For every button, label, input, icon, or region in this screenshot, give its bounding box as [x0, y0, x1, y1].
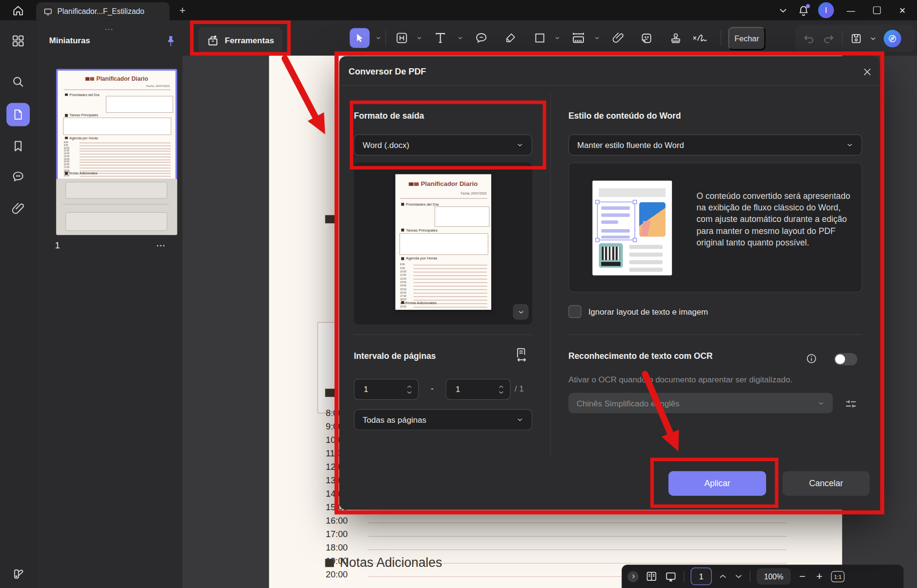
- signature-icon: [691, 31, 709, 45]
- chevron-down-icon[interactable]: [375, 35, 381, 41]
- info-icon[interactable]: [806, 353, 817, 364]
- new-tab-button[interactable]: +: [175, 3, 189, 17]
- planner-mini-page: Planificador Diario Fecha: 20/07/2023 Pr…: [58, 71, 175, 179]
- agenda-row: 10:00: [400, 270, 488, 273]
- maximize-button[interactable]: [868, 2, 886, 18]
- thumbnails-panel: ⋯ Miniaturas Planificador Diario Fecha: …: [36, 21, 182, 588]
- measure-tool[interactable]: [569, 28, 588, 48]
- text-tool[interactable]: [431, 28, 450, 48]
- actual-size-button[interactable]: 1:1: [831, 571, 844, 582]
- output-format-dropdown[interactable]: Word (.docx): [354, 135, 532, 156]
- notifications-button[interactable]: [797, 4, 810, 17]
- planner-title-text: Planificador Diario: [97, 75, 149, 82]
- ignore-layout-option[interactable]: Ignorar layout de texto e imagem: [569, 305, 708, 318]
- range-total: / 1: [515, 384, 524, 393]
- chevron-down-icon[interactable]: [416, 35, 422, 41]
- left-sidebar-rail: [0, 21, 37, 588]
- range-from-input[interactable]: 1: [354, 379, 419, 400]
- sticker-tool[interactable]: [636, 28, 656, 48]
- thumb-tail-box: [65, 212, 167, 231]
- minimize-button[interactable]: —: [842, 2, 860, 18]
- app-grid-icon[interactable]: [11, 34, 25, 48]
- chevron-down-icon[interactable]: [777, 4, 789, 16]
- sidebar-item-thumbnails[interactable]: [6, 103, 30, 126]
- agenda-row: 17:00: [400, 294, 488, 297]
- preview-next-page-button[interactable]: [513, 304, 529, 320]
- word-style-dropdown[interactable]: Manter estilo fluente do Word: [569, 135, 862, 156]
- close-tools-button[interactable]: Fechar: [728, 27, 766, 50]
- maximize-icon: [873, 6, 880, 14]
- comment-tool[interactable]: [471, 28, 491, 48]
- paperclip-icon: [612, 32, 625, 45]
- avatar[interactable]: I: [818, 2, 834, 18]
- conversion-preview-panel: Planificador Diario Fecha: 20/07/2023 Pr…: [354, 162, 532, 324]
- select-tool[interactable]: [350, 28, 370, 48]
- planner-divider: [64, 90, 171, 90]
- ai-assistant-button[interactable]: [884, 29, 902, 47]
- agenda-row: 13:00: [400, 280, 488, 283]
- bookmark-icon[interactable]: [11, 139, 25, 153]
- checkbox-unchecked-icon[interactable]: [569, 305, 582, 318]
- ocr-toggle-off[interactable]: [834, 353, 857, 366]
- dialog-close-icon[interactable]: [862, 67, 873, 77]
- agenda-row: 16:00: [400, 290, 488, 294]
- cancel-button[interactable]: Cancelar: [782, 471, 869, 496]
- zoom-in-button[interactable]: +: [814, 570, 825, 583]
- highlighter-tool[interactable]: [501, 28, 520, 48]
- shape-tool[interactable]: [530, 28, 549, 48]
- word-style-label: Estilo de conteúdo do Word: [569, 111, 681, 120]
- page-selection-dropdown[interactable]: Todas as páginas: [354, 409, 532, 430]
- comment-minus-icon: [474, 31, 488, 45]
- page-number-input[interactable]: 1: [691, 568, 712, 586]
- bullet-square-icon: [65, 136, 68, 139]
- notification-dot: [806, 4, 810, 8]
- text-icon: [434, 31, 447, 45]
- panel-drag-handle-icon[interactable]: ⋯: [36, 24, 182, 35]
- signature-tool[interactable]: [690, 28, 710, 48]
- chevron-down-icon[interactable]: [869, 35, 877, 42]
- save-icon[interactable]: [850, 32, 863, 45]
- search-icon[interactable]: [11, 75, 25, 89]
- undo-icon[interactable]: [803, 32, 816, 45]
- attachments-icon[interactable]: [11, 202, 25, 216]
- agenda-time-row: 17:00: [326, 526, 787, 539]
- chevron-down-icon[interactable]: [594, 35, 600, 41]
- redo-icon[interactable]: [822, 32, 835, 45]
- chevron-down-icon[interactable]: [458, 35, 463, 41]
- stepper-arrows[interactable]: [498, 384, 504, 394]
- tools-button[interactable]: Ferramentas: [199, 27, 282, 52]
- chevron-down-icon[interactable]: [555, 35, 560, 41]
- thumbnail-menu-icon[interactable]: •••: [157, 243, 166, 248]
- page-range-icon[interactable]: [515, 347, 529, 363]
- agenda-row: 20:00: [400, 304, 488, 307]
- range-to-input[interactable]: 1: [446, 379, 510, 400]
- home-button[interactable]: [7, 2, 29, 19]
- toolbox-icon: [207, 34, 220, 47]
- attach-tool[interactable]: [608, 28, 628, 48]
- ocr-settings-icon[interactable]: [844, 397, 857, 410]
- stepper-arrows[interactable]: [407, 384, 412, 394]
- document-tab[interactable]: Planificador...F_Estilizado: [36, 2, 169, 21]
- thumb-tail-line: [63, 204, 168, 205]
- chevron-down-icon: [818, 400, 825, 407]
- comments-icon[interactable]: [11, 170, 25, 184]
- apply-button[interactable]: Aplicar: [669, 471, 766, 496]
- previous-page-icon[interactable]: [718, 572, 727, 581]
- ocr-language-dropdown[interactable]: Chinês Simplificado e Inglês: [569, 393, 833, 414]
- stamp-tool[interactable]: [666, 28, 685, 48]
- zoom-out-button[interactable]: −: [797, 570, 808, 583]
- zoom-level[interactable]: 100%: [757, 568, 791, 585]
- page-thumbnail-lower[interactable]: [56, 179, 177, 235]
- presentation-mode-icon[interactable]: [664, 570, 677, 583]
- reading-mode-icon[interactable]: [645, 570, 658, 583]
- page-thumbnail-selected[interactable]: Planificador Diario Fecha: 20/07/2023 Pr…: [56, 69, 177, 181]
- heading-tool[interactable]: [392, 28, 411, 48]
- planner-mini-page: Planificador Diario Fecha: 20/07/2023 Pr…: [396, 174, 492, 310]
- next-page-icon[interactable]: [734, 572, 743, 581]
- theme-swatches-icon[interactable]: [11, 567, 25, 581]
- pin-icon[interactable]: [164, 33, 177, 49]
- collapse-bar-button[interactable]: [628, 571, 639, 582]
- bullet-square-icon: [65, 114, 68, 117]
- close-window-button[interactable]: ✕: [893, 2, 911, 18]
- page-icon: [12, 108, 25, 121]
